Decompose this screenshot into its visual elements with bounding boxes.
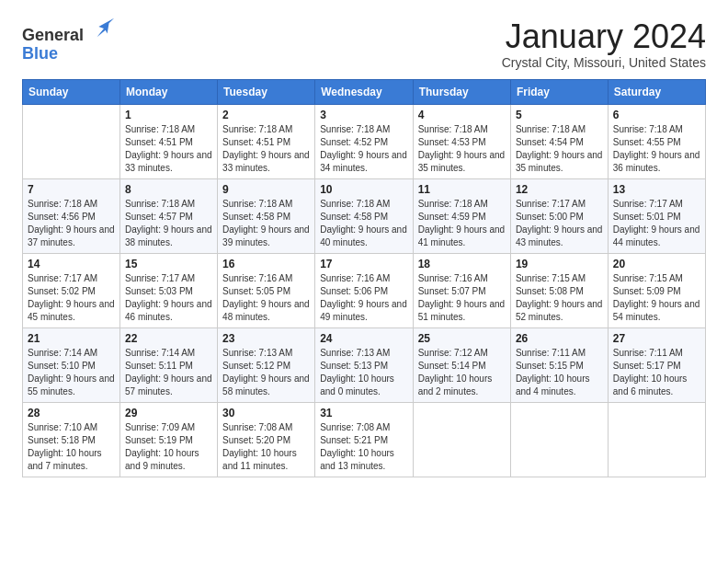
day-info: Sunrise: 7:17 AM Sunset: 5:03 PM Dayligh… [125,272,212,324]
day-number: 5 [516,109,603,121]
day-number: 27 [613,332,700,345]
day-number: 3 [320,109,407,121]
day-info: Sunrise: 7:14 AM Sunset: 5:11 PM Dayligh… [125,347,212,398]
calendar-cell: 27Sunrise: 7:11 AM Sunset: 5:17 PM Dayli… [608,327,705,402]
header-thursday: Thursday [413,79,510,104]
day-number: 24 [320,332,407,345]
day-info: Sunrise: 7:17 AM Sunset: 5:00 PM Dayligh… [516,198,603,249]
calendar-cell: 16Sunrise: 7:16 AM Sunset: 5:05 PM Dayli… [218,253,315,327]
calendar-cell: 26Sunrise: 7:11 AM Sunset: 5:15 PM Dayli… [510,327,608,402]
calendar-week-row-2: 7Sunrise: 7:18 AM Sunset: 4:56 PM Daylig… [23,178,706,253]
header-monday: Monday [120,79,218,104]
day-info: Sunrise: 7:09 AM Sunset: 5:19 PM Dayligh… [125,421,212,473]
calendar-cell: 9Sunrise: 7:18 AM Sunset: 4:58 PM Daylig… [218,178,315,253]
calendar-cell: 6Sunrise: 7:18 AM Sunset: 4:55 PM Daylig… [608,104,705,178]
calendar-cell: 24Sunrise: 7:13 AM Sunset: 5:13 PM Dayli… [315,327,413,402]
day-number: 2 [222,109,310,121]
calendar-cell: 7Sunrise: 7:18 AM Sunset: 4:56 PM Daylig… [23,178,120,253]
day-info: Sunrise: 7:08 AM Sunset: 5:21 PM Dayligh… [320,421,407,473]
logo-blue: Blue [22,45,116,63]
day-info: Sunrise: 7:15 AM Sunset: 5:08 PM Dayligh… [516,272,603,324]
calendar-cell [23,104,120,178]
day-number: 22 [125,332,212,345]
day-number: 18 [418,258,506,270]
day-number: 9 [222,183,310,196]
day-info: Sunrise: 7:11 AM Sunset: 5:15 PM Dayligh… [516,347,603,398]
day-number: 14 [28,258,115,270]
day-number: 10 [320,183,407,196]
day-number: 6 [613,109,700,121]
day-number: 29 [125,407,212,419]
calendar-week-row-3: 14Sunrise: 7:17 AM Sunset: 5:02 PM Dayli… [23,253,706,327]
calendar-cell: 18Sunrise: 7:16 AM Sunset: 5:07 PM Dayli… [413,253,510,327]
day-info: Sunrise: 7:08 AM Sunset: 5:20 PM Dayligh… [222,421,310,473]
calendar-cell: 23Sunrise: 7:13 AM Sunset: 5:12 PM Dayli… [218,327,315,402]
day-number: 28 [28,407,115,419]
header-saturday: Saturday [608,79,705,104]
month-title: January 2024 [502,18,706,55]
calendar-cell: 28Sunrise: 7:10 AM Sunset: 5:18 PM Dayli… [23,402,120,477]
day-number: 11 [418,183,506,196]
location: Crystal City, Missouri, United States [502,55,706,70]
header-friday: Friday [510,79,608,104]
calendar-cell: 10Sunrise: 7:18 AM Sunset: 4:58 PM Dayli… [315,178,413,253]
calendar-cell: 30Sunrise: 7:08 AM Sunset: 5:20 PM Dayli… [218,402,315,477]
calendar-cell [608,402,705,477]
calendar-cell: 20Sunrise: 7:15 AM Sunset: 5:09 PM Dayli… [608,253,705,327]
day-info: Sunrise: 7:16 AM Sunset: 5:07 PM Dayligh… [418,272,506,324]
day-number: 1 [125,109,212,121]
calendar-week-row-1: 1Sunrise: 7:18 AM Sunset: 4:51 PM Daylig… [23,104,706,178]
day-number: 25 [418,332,506,345]
calendar-cell: 19Sunrise: 7:15 AM Sunset: 5:08 PM Dayli… [510,253,608,327]
calendar-cell: 25Sunrise: 7:12 AM Sunset: 5:14 PM Dayli… [413,327,510,402]
calendar-cell: 22Sunrise: 7:14 AM Sunset: 5:11 PM Dayli… [120,327,218,402]
day-number: 20 [613,258,700,270]
calendar-cell: 5Sunrise: 7:18 AM Sunset: 4:54 PM Daylig… [510,104,608,178]
day-number: 15 [125,258,212,270]
day-info: Sunrise: 7:16 AM Sunset: 5:05 PM Dayligh… [222,272,310,324]
calendar-cell [413,402,510,477]
calendar-cell: 12Sunrise: 7:17 AM Sunset: 5:00 PM Dayli… [510,178,608,253]
calendar-cell: 11Sunrise: 7:18 AM Sunset: 4:59 PM Dayli… [413,178,510,253]
header-sunday: Sunday [23,79,120,104]
day-info: Sunrise: 7:17 AM Sunset: 5:02 PM Dayligh… [28,272,115,324]
day-number: 21 [28,332,115,345]
day-info: Sunrise: 7:18 AM Sunset: 4:56 PM Dayligh… [28,198,115,249]
day-number: 26 [516,332,603,345]
day-number: 13 [613,183,700,196]
calendar-cell: 31Sunrise: 7:08 AM Sunset: 5:21 PM Dayli… [315,402,413,477]
calendar-cell: 14Sunrise: 7:17 AM Sunset: 5:02 PM Dayli… [23,253,120,327]
calendar-cell: 15Sunrise: 7:17 AM Sunset: 5:03 PM Dayli… [120,253,218,327]
day-info: Sunrise: 7:13 AM Sunset: 5:13 PM Dayligh… [320,347,407,398]
day-info: Sunrise: 7:12 AM Sunset: 5:14 PM Dayligh… [418,347,506,398]
day-info: Sunrise: 7:18 AM Sunset: 4:58 PM Dayligh… [320,198,407,249]
day-info: Sunrise: 7:18 AM Sunset: 4:57 PM Dayligh… [125,198,212,249]
day-info: Sunrise: 7:15 AM Sunset: 5:09 PM Dayligh… [613,272,700,324]
title-area: January 2024 Crystal City, Missouri, Uni… [502,18,706,70]
calendar-cell: 1Sunrise: 7:18 AM Sunset: 4:51 PM Daylig… [120,104,218,178]
calendar-cell: 8Sunrise: 7:18 AM Sunset: 4:57 PM Daylig… [120,178,218,253]
day-info: Sunrise: 7:18 AM Sunset: 4:59 PM Dayligh… [418,198,506,249]
day-info: Sunrise: 7:13 AM Sunset: 5:12 PM Dayligh… [222,347,310,398]
day-number: 31 [320,407,407,419]
logo-bird-icon [90,15,116,40]
header-tuesday: Tuesday [218,79,315,104]
day-info: Sunrise: 7:11 AM Sunset: 5:17 PM Dayligh… [613,347,700,398]
calendar-header-row: Sunday Monday Tuesday Wednesday Thursday… [23,79,706,104]
day-number: 19 [516,258,603,270]
calendar-table: Sunday Monday Tuesday Wednesday Thursday… [22,79,706,477]
day-info: Sunrise: 7:10 AM Sunset: 5:18 PM Dayligh… [28,421,115,473]
calendar-week-row-5: 28Sunrise: 7:10 AM Sunset: 5:18 PM Dayli… [23,402,706,477]
calendar-cell: 3Sunrise: 7:18 AM Sunset: 4:52 PM Daylig… [315,104,413,178]
day-info: Sunrise: 7:18 AM Sunset: 4:53 PM Dayligh… [418,123,506,175]
calendar-cell: 17Sunrise: 7:16 AM Sunset: 5:06 PM Dayli… [315,253,413,327]
svg-marker-0 [97,18,114,38]
day-number: 23 [222,332,310,345]
logo: General Blue [22,18,116,63]
day-number: 30 [222,407,310,419]
calendar-cell: 2Sunrise: 7:18 AM Sunset: 4:51 PM Daylig… [218,104,315,178]
day-info: Sunrise: 7:18 AM Sunset: 4:55 PM Dayligh… [613,123,700,175]
calendar-cell: 13Sunrise: 7:17 AM Sunset: 5:01 PM Dayli… [608,178,705,253]
day-info: Sunrise: 7:14 AM Sunset: 5:10 PM Dayligh… [28,347,115,398]
day-info: Sunrise: 7:18 AM Sunset: 4:52 PM Dayligh… [320,123,407,175]
